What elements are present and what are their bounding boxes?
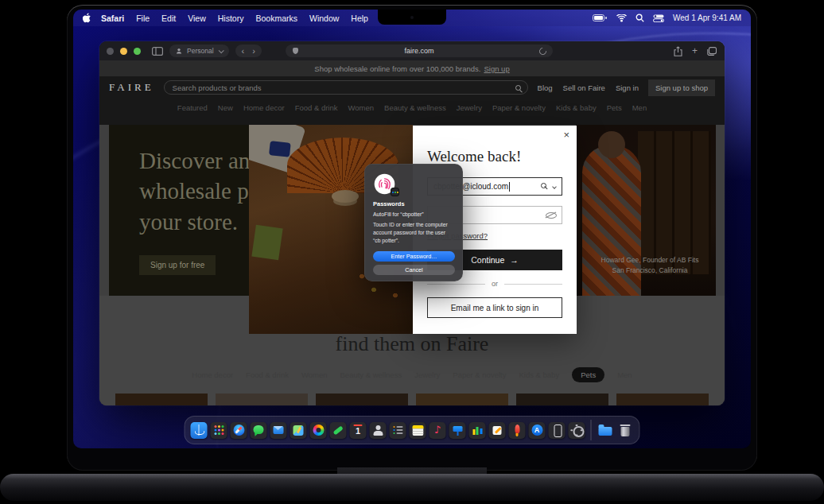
menu-bar-status: Wed 1 Apr 9:41 AM: [593, 14, 741, 22]
signup-free-button[interactable]: Sign up for free: [139, 255, 216, 275]
new-tab-button[interactable]: +: [692, 45, 698, 56]
dock-safari-icon[interactable]: [231, 422, 247, 439]
battery-icon[interactable]: [593, 14, 608, 21]
header-link[interactable]: Blog: [538, 83, 553, 92]
dock-downloads-icon[interactable]: [597, 422, 614, 439]
address-bar[interactable]: faire.com: [286, 45, 553, 57]
back-button[interactable]: ‹: [242, 47, 245, 56]
category-pill[interactable]: Beauty & wellness: [340, 367, 402, 382]
category-pill[interactable]: Pets: [572, 367, 604, 382]
menu-item[interactable]: View: [188, 14, 206, 23]
menu-item[interactable]: Bookmarks: [255, 14, 297, 23]
category-pill[interactable]: Jewelry: [414, 367, 440, 382]
wifi-icon[interactable]: [616, 14, 627, 22]
category-nav-link[interactable]: Food & drink: [295, 103, 338, 112]
dock-trash-icon[interactable]: [617, 422, 634, 439]
search-placeholder: Search products or brands: [173, 83, 515, 92]
dock-appstore-icon[interactable]: [529, 422, 546, 439]
dock-iphone-icon[interactable]: [549, 422, 566, 439]
cancel-button[interactable]: Cancel: [373, 265, 455, 275]
signup-to-shop-button[interactable]: Sign up to shop: [648, 79, 715, 96]
profile-switcher[interactable]: Personal: [169, 45, 229, 57]
menu-item[interactable]: Help: [351, 14, 368, 23]
dock-calendar-icon[interactable]: [350, 422, 367, 439]
dock-keynote-icon[interactable]: [449, 422, 466, 439]
category-nav-link[interactable]: Home decor: [243, 103, 285, 112]
dock-settings-icon[interactable]: [569, 422, 585, 439]
category-pill[interactable]: Food & drink: [246, 367, 289, 382]
category-nav-link[interactable]: Featured: [177, 103, 208, 112]
menu-item[interactable]: File: [136, 14, 150, 23]
tab-overview-icon[interactable]: [707, 47, 717, 56]
faire-logo[interactable]: FAIRE: [109, 81, 154, 94]
product-thumb[interactable]: [216, 394, 308, 405]
search-icon[interactable]: [515, 85, 521, 91]
category-nav-link[interactable]: Pets: [607, 103, 622, 112]
category-pill[interactable]: Women: [301, 367, 328, 382]
dock-launchpad-icon[interactable]: [211, 422, 227, 439]
product-thumb[interactable]: [516, 394, 608, 405]
sidebar-icon[interactable]: [152, 47, 163, 56]
touch-id-icon: [374, 173, 395, 195]
dock-facetime-icon[interactable]: [330, 422, 347, 439]
reload-icon[interactable]: [538, 46, 548, 56]
dock-reminders-icon[interactable]: [390, 422, 406, 439]
passwords-key-icon[interactable]: [541, 183, 549, 191]
dock-contacts-icon[interactable]: [370, 422, 387, 439]
category-pill[interactable]: Paper & novelty: [453, 367, 506, 382]
category-nav-link[interactable]: Men: [632, 103, 647, 112]
apple-menu-icon[interactable]: [83, 13, 91, 23]
show-password-icon[interactable]: [546, 211, 556, 219]
macbook-stage: SafariFileEditViewHistoryBookmarksWindow…: [0, 0, 824, 504]
category-nav-link[interactable]: Jewelry: [457, 103, 482, 112]
menu-item[interactable]: Edit: [161, 14, 176, 23]
banner-signup-link[interactable]: Sign up: [484, 64, 509, 73]
dock-music-icon[interactable]: [429, 422, 446, 439]
forward-button[interactable]: ›: [252, 47, 255, 56]
product-thumb[interactable]: [416, 394, 508, 405]
header-link[interactable]: Sign in: [616, 83, 639, 92]
menu-item[interactable]: History: [218, 14, 244, 23]
menu-item[interactable]: Safari: [101, 14, 124, 23]
category-nav-link[interactable]: Beauty & wellness: [384, 103, 446, 112]
search-input[interactable]: Search products or brands: [164, 80, 528, 95]
category-nav-link[interactable]: Women: [348, 103, 375, 112]
category-nav-link[interactable]: New: [218, 103, 233, 112]
email-link-button[interactable]: Email me a link to sign in: [427, 297, 562, 318]
category-nav-link[interactable]: Kids & baby: [556, 103, 597, 112]
header-link[interactable]: Sell on Faire: [563, 83, 605, 92]
window-zoom-button[interactable]: [134, 48, 141, 55]
banner-text: Shop wholesale online from over 100,000 …: [314, 64, 480, 73]
window-close-button[interactable]: [107, 48, 114, 55]
safari-titlebar: Personal ‹ › faire.com +: [99, 41, 725, 60]
dock-numbers-icon[interactable]: [469, 422, 486, 439]
share-icon[interactable]: [674, 46, 682, 56]
dock-maps-icon[interactable]: [290, 422, 307, 439]
menu-bar-clock[interactable]: Wed 1 Apr 9:41 AM: [673, 14, 741, 22]
product-thumb[interactable]: [115, 394, 208, 405]
dock-mail-icon[interactable]: [270, 422, 287, 439]
product-thumb[interactable]: [316, 394, 408, 405]
dock-notes-icon[interactable]: [410, 422, 426, 439]
dock: [185, 416, 640, 444]
category-pill[interactable]: Kids & baby: [519, 367, 559, 382]
category-pill[interactable]: Men: [617, 367, 632, 382]
toolbar-right: +: [674, 41, 717, 60]
product-thumb[interactable]: [616, 394, 709, 405]
category-nav-link[interactable]: Paper & novelty: [492, 103, 546, 112]
dock-photos-icon[interactable]: [310, 422, 327, 439]
category-pill[interactable]: Home decor: [192, 367, 233, 382]
page-settings-icon[interactable]: [293, 48, 298, 54]
menu-item[interactable]: Window: [309, 14, 339, 23]
close-icon[interactable]: ×: [563, 130, 569, 140]
hero-text-panel: Discover and buy wholesale products your…: [109, 125, 249, 296]
search-icon[interactable]: [635, 14, 644, 22]
enter-password-button[interactable]: Enter Password…: [373, 251, 455, 262]
control-center-icon[interactable]: [653, 14, 664, 22]
person-icon: [176, 48, 182, 54]
dock-finder-icon[interactable]: [191, 422, 208, 439]
dock-pages-icon[interactable]: [489, 422, 506, 439]
dock-rocket-icon[interactable]: [509, 422, 526, 439]
dock-messages-icon[interactable]: [251, 422, 267, 439]
window-minimize-button[interactable]: [120, 48, 127, 55]
